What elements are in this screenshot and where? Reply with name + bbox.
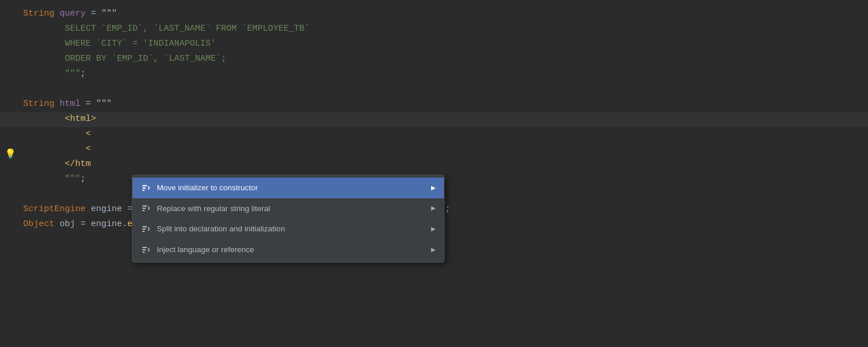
menu-item-icon	[141, 183, 151, 193]
code-line: SELECT `EMP_ID`, `LAST_NAME` FROM `EMPLO…	[0, 22, 868, 37]
submenu-arrow-icon: ▶	[431, 204, 436, 213]
svg-rect-9	[142, 247, 147, 248]
menu-item-icon	[141, 203, 151, 213]
svg-rect-6	[142, 226, 147, 227]
svg-rect-0	[142, 185, 147, 186]
svg-rect-3	[142, 205, 147, 206]
svg-rect-2	[142, 190, 145, 191]
svg-rect-11	[142, 252, 145, 253]
svg-rect-10	[142, 249, 146, 250]
code-line: """;	[0, 67, 868, 82]
code-line: </htm	[0, 157, 868, 172]
svg-rect-8	[142, 231, 145, 232]
code-line: WHERE `CITY` = 'INDIANAPOLIS'	[0, 37, 868, 52]
svg-rect-5	[142, 210, 145, 211]
svg-rect-7	[142, 228, 146, 230]
submenu-arrow-icon: ▶	[431, 183, 436, 193]
menu-item-split-declaration[interactable]: Split into declaration and initializatio…	[133, 219, 444, 239]
menu-item-label: Move initializer to constructor	[157, 182, 258, 194]
code-line-highlighted: <html>	[0, 112, 868, 127]
lightbulb-icon[interactable]: 💡	[5, 147, 16, 163]
menu-item-label: Inject language or reference	[157, 243, 254, 256]
code-line: ORDER BY `EMP_ID`, `LAST_NAME`;	[0, 52, 868, 67]
code-editor: String query = """ SELECT `EMP_ID`, `LAS…	[0, 0, 868, 239]
svg-rect-4	[142, 208, 146, 209]
submenu-arrow-icon: ▶	[431, 245, 436, 254]
code-line: String html = """	[0, 97, 868, 112]
menu-item-label: Replace with regular string literal	[157, 202, 270, 215]
menu-item-icon	[141, 245, 151, 255]
code-line: <	[0, 142, 868, 157]
menu-item-move-initializer[interactable]: Move initializer to constructor ▶	[133, 178, 444, 198]
context-menu: Move initializer to constructor ▶ Replac…	[132, 175, 444, 263]
menu-item-inject-language[interactable]: Inject language or reference ▶	[133, 239, 444, 260]
svg-rect-1	[142, 187, 146, 189]
menu-item-icon	[141, 224, 151, 234]
menu-item-label: Split into declaration and initializatio…	[157, 223, 285, 235]
menu-item-replace-string[interactable]: Replace with regular string literal ▶	[133, 198, 444, 219]
code-line: <	[0, 127, 868, 142]
code-line	[0, 82, 868, 97]
code-line: String query = """	[0, 7, 868, 22]
submenu-arrow-icon: ▶	[431, 224, 436, 234]
